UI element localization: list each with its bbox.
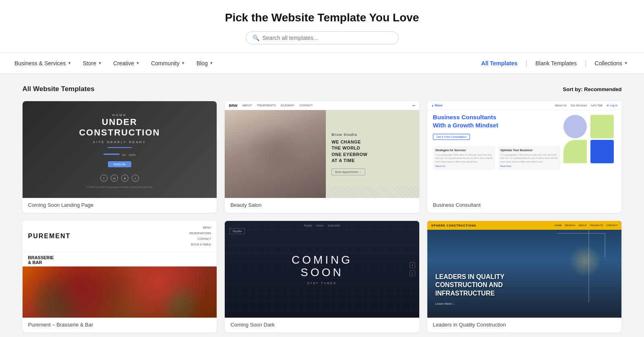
template-name: Beauty Salon xyxy=(225,198,419,213)
thumb-title: COMINGSOON xyxy=(292,254,352,279)
thumb-bar xyxy=(108,147,132,148)
section-header: All Website Templates Sort by: Recommend… xyxy=(23,85,622,93)
template-card-coming-soon-dark[interactable]: SkyliteHomeSubscribe Skylite COMINGSOON … xyxy=(225,221,419,333)
template-thumbnail-construct: SPHERE CONSTRUCTIONS HOMEBRANCHABOUTPROJ… xyxy=(427,221,622,318)
thumb-tagline: WE CHANGETHE WORLDONE EYEBROWAT A TIME xyxy=(331,139,414,164)
thumb-side-icons: f t xyxy=(410,262,415,276)
thumb-cta: Learn More ↓ xyxy=(435,302,614,306)
template-name: Leaders in Quality Construction xyxy=(427,318,622,333)
thumb-logo: Skylite xyxy=(230,228,245,234)
thumb-subtitle: HOME xyxy=(112,113,127,117)
section-title: All Website Templates xyxy=(23,85,95,93)
thumb-cta: Get a Free Consultation xyxy=(433,134,470,140)
template-thumbnail-beauty: BRW ABOUT TREATMENTS ACADEMY CONTACT •••… xyxy=(225,101,419,198)
nav-item-business-services[interactable]: Business & Services ▼ xyxy=(10,57,77,70)
nav-right-group: All Templates | Blank Templates | Collec… xyxy=(475,57,634,70)
template-thumbnail-restaurant: PUREMENT MENURESERVATIONSCONTACTBOOK A T… xyxy=(23,221,217,318)
chevron-down-icon: ▼ xyxy=(624,61,628,65)
thumb-content: Brow Studio WE CHANGETHE WORLDONE EYEBRO… xyxy=(326,110,419,198)
thumb-social-icons: f in ● t xyxy=(100,175,139,182)
thumb-pretext: Brow Studio xyxy=(331,133,414,137)
search-input[interactable] xyxy=(263,35,392,41)
thumb-menu: MENURESERVATIONSCONTACTBOOK A TABLE xyxy=(189,225,211,248)
template-thumbnail-business: ▲ Rises About UsOur ServicesLet's Talk⊕ … xyxy=(427,101,622,198)
thumb-cta-btn: Book Appointment → xyxy=(331,168,365,175)
nav-item-store[interactable]: Store ▼ xyxy=(78,57,107,70)
thumb-sub: STAY TUNED xyxy=(292,282,352,285)
thumb-card1: Strategies for Success xyxy=(435,149,493,152)
template-thumbnail-comingsoon: SkyliteHomeSubscribe Skylite COMINGSOON … xyxy=(225,221,419,318)
thumb-card2: Optimize Your Business xyxy=(500,149,558,152)
sort-control[interactable]: Sort by: Recommended xyxy=(563,86,622,92)
templates-grid: HOME UNDERCONSTRUCTION SITE NEARLY READY… xyxy=(23,101,622,333)
thumb-headline: LEADERS IN QUALITYCONSTRUCTION ANDINFRAS… xyxy=(435,273,614,298)
chevron-down-icon: ▼ xyxy=(98,61,102,65)
thumb-photo xyxy=(225,110,326,198)
nav-item-blog[interactable]: Blog ▼ xyxy=(192,57,218,70)
template-card-restaurant[interactable]: PUREMENT MENURESERVATIONSCONTACTBOOK A T… xyxy=(23,221,217,333)
thumb-nav: HOMEBRANCHABOUTPROJECTSCONTACT xyxy=(555,224,618,227)
page-header: Pick the Website Template You Love 🔍 xyxy=(0,0,644,53)
template-name: Coming Soon Dark xyxy=(225,318,419,333)
thumb-title: UNDERCONSTRUCTION xyxy=(79,117,160,138)
thumb-brand: PUREMENT xyxy=(28,233,71,240)
template-name: Business Consultant xyxy=(427,198,622,213)
thumb-main-content: Business ConsultantsWith a Growth Mindse… xyxy=(427,101,622,198)
thumb-brand: BRW xyxy=(229,104,237,108)
template-card-coming-soon[interactable]: HOME UNDERCONSTRUCTION SITE NEARLY READY… xyxy=(23,101,217,213)
nav-divider-1: | xyxy=(526,59,528,67)
search-bar[interactable]: 🔍 xyxy=(246,31,399,44)
thumb-brand: SPHERE CONSTRUCTIONS xyxy=(431,224,476,227)
nav-divider-2: | xyxy=(585,59,587,67)
nav-collections[interactable]: Collections ▼ xyxy=(588,57,634,70)
search-icon: 🔍 xyxy=(253,35,259,41)
nav-all-templates[interactable]: All Templates xyxy=(475,57,524,70)
navigation-bar: Business & Services ▼ Store ▼ Creative ▼… xyxy=(0,53,644,74)
thumb-nav: SkyliteHomeSubscribe xyxy=(304,224,340,227)
nav-item-community[interactable]: Community ▼ xyxy=(146,57,190,70)
thumb-headline: Business ConsultantsWith a Growth Mindse… xyxy=(433,113,561,129)
thumb-footer: © 2023 by Under Construction. Proudly cr… xyxy=(87,186,152,188)
chevron-down-icon: ▼ xyxy=(136,61,140,65)
template-card-business-consultant[interactable]: ▲ Rises About UsOur ServicesLet's Talk⊕ … xyxy=(427,101,622,213)
thumb-sub: SITE NEARLY READY xyxy=(93,140,146,144)
chevron-down-icon: ▼ xyxy=(181,61,185,65)
nav-left-group: Business & Services ▼ Store ▼ Creative ▼… xyxy=(10,57,475,70)
template-card-beauty-salon[interactable]: BRW ABOUT TREATMENTS ACADEMY CONTACT •••… xyxy=(225,101,419,213)
thumb-food-image xyxy=(23,266,217,318)
template-card-construction-leaders[interactable]: SPHERE CONSTRUCTIONS HOMEBRANCHABOUTPROJ… xyxy=(427,221,622,333)
template-name: Coming Soon Landing Page xyxy=(23,198,217,213)
template-thumbnail-construction: HOME UNDERCONSTRUCTION SITE NEARLY READY… xyxy=(23,101,217,198)
thumb-subtitle: BRASSERIE& BAR xyxy=(23,252,217,266)
nav-item-creative[interactable]: Creative ▼ xyxy=(108,57,145,70)
main-content: All Website Templates Sort by: Recommend… xyxy=(8,74,636,337)
page-title: Pick the Website Template You Love xyxy=(8,11,636,24)
template-name: Purement – Brasserie & Bar xyxy=(23,318,217,333)
chevron-down-icon: ▼ xyxy=(68,61,72,65)
chevron-down-icon: ▼ xyxy=(209,61,213,65)
nav-blank-templates[interactable]: Blank Templates xyxy=(529,57,583,70)
thumb-cta: Notify Me xyxy=(108,161,131,167)
